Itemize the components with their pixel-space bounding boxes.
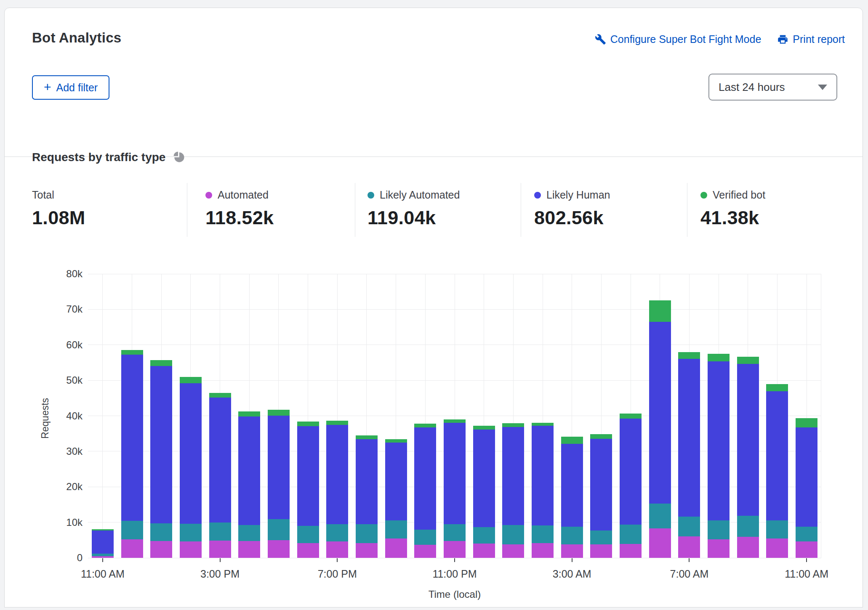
stat-value: 119.04k — [367, 207, 460, 229]
bar-segment-automated — [649, 528, 671, 558]
x-tick-label: 3:00 PM — [182, 568, 258, 580]
stacked-bar-hour-16[interactable] — [561, 437, 583, 558]
y-tick-label: 80k — [5, 268, 83, 280]
bar-segment-likely-automated — [708, 520, 730, 539]
x-tick-label: 3:00 AM — [534, 568, 610, 580]
stat-value: 802.56k — [534, 207, 610, 229]
configure-link-label: Configure Super Bot Fight Mode — [610, 33, 761, 45]
bar-segment-likely-automated — [444, 524, 466, 541]
stat-label: Likely Human — [546, 189, 610, 201]
bar-segment-verified-bot — [209, 393, 231, 398]
time-range-select[interactable]: Last 24 hours — [708, 74, 837, 101]
y-tick-label: 50k — [5, 374, 83, 386]
bar-segment-verified-bot — [502, 423, 524, 427]
bar-segment-verified-bot — [268, 410, 290, 416]
stacked-bar-hour-20[interactable] — [678, 352, 700, 558]
bar-segment-likely-automated — [590, 530, 612, 544]
bar-segment-likely-automated — [532, 525, 554, 543]
bar-segment-likely-human — [766, 391, 788, 520]
bar-segment-likely-automated — [502, 525, 524, 544]
stat-value: 41.38k — [700, 207, 765, 229]
bar-segment-automated — [209, 541, 231, 558]
bar-segment-verified-bot — [473, 426, 495, 429]
bar-segment-likely-automated — [121, 521, 143, 539]
bar-segment-likely-automated — [561, 527, 583, 544]
bot-analytics-card: Bot Analytics Configure Super Bot Fight … — [4, 8, 863, 607]
stacked-bar-hour-5[interactable] — [238, 411, 260, 558]
stacked-bar-hour-12[interactable] — [444, 419, 466, 558]
x-gridline — [821, 274, 821, 558]
bar-segment-automated — [150, 541, 172, 558]
bar-segment-automated — [297, 543, 319, 558]
stacked-bar-hour-7[interactable] — [297, 422, 319, 558]
bar-segment-likely-automated — [737, 516, 759, 537]
stacked-bar-hour-3[interactable] — [180, 377, 202, 558]
bar-segment-verified-bot — [297, 422, 319, 426]
plus-icon: + — [44, 80, 51, 94]
bar-segment-verified-bot — [708, 354, 730, 361]
stat-likely-human: Likely Human802.56k — [534, 176, 610, 229]
bar-segment-verified-bot — [532, 423, 554, 426]
bar-segment-likely-human — [708, 361, 730, 521]
stacked-bar-hour-10[interactable] — [385, 439, 407, 558]
stacked-bar-hour-6[interactable] — [268, 410, 290, 558]
stacked-bar-hour-9[interactable] — [356, 435, 378, 558]
x-tick-label: 11:00 AM — [769, 568, 844, 580]
bar-segment-likely-automated — [473, 527, 495, 544]
configure-super-bot-fight-mode-link[interactable]: Configure Super Bot Fight Mode — [595, 33, 761, 45]
stacked-bar-hour-14[interactable] — [502, 423, 524, 558]
bar-segment-verified-bot — [385, 439, 407, 443]
y-tick-label: 0 — [5, 552, 83, 564]
print-report-link[interactable]: Print report — [777, 33, 845, 45]
bar-segment-likely-human — [180, 383, 202, 524]
legend-dot — [700, 192, 707, 199]
stacked-bar-hour-2[interactable] — [150, 360, 172, 558]
stacked-bar-hour-22[interactable] — [737, 357, 759, 558]
bar-segment-automated — [92, 556, 114, 558]
bar-segment-automated — [620, 544, 642, 558]
x-tick-label: 7:00 PM — [299, 568, 375, 580]
stacked-bar-hour-8[interactable] — [326, 421, 348, 558]
stacked-bar-hour-13[interactable] — [473, 426, 495, 558]
stat-label: Automated — [218, 189, 269, 201]
stacked-bar-hour-21[interactable] — [708, 354, 730, 558]
bar-segment-verified-bot — [121, 350, 143, 355]
bar-segment-likely-automated — [649, 504, 671, 528]
y-tick-label: 60k — [5, 339, 83, 351]
stacked-bar-hour-18[interactable] — [620, 414, 642, 558]
stat-likely-automated: Likely Automated119.04k — [367, 176, 460, 229]
stacked-bar-hour-11[interactable] — [414, 424, 436, 558]
x-axis-title: Time (local) — [404, 589, 505, 600]
y-tick-label: 30k — [5, 446, 83, 457]
y-tick-label: 10k — [5, 517, 83, 528]
bar-segment-likely-human — [238, 416, 260, 525]
stacked-bar-hour-1[interactable] — [121, 350, 143, 558]
stacked-bar-hour-24[interactable] — [796, 418, 817, 558]
bar-segment-likely-automated — [180, 524, 202, 541]
bar-segment-automated — [590, 544, 612, 558]
add-filter-button[interactable]: + Add filter — [32, 75, 109, 100]
bar-segment-verified-bot — [150, 360, 172, 366]
bar-segment-likely-automated — [385, 520, 407, 539]
bar-segment-likely-automated — [356, 524, 378, 543]
stacked-bar-hour-0[interactable] — [92, 529, 114, 558]
stat-divider — [687, 183, 687, 237]
x-tick-label: 11:00 AM — [65, 568, 141, 580]
x-tick-mark — [689, 558, 690, 562]
stacked-bar-hour-4[interactable] — [209, 393, 231, 558]
stacked-bar-hour-15[interactable] — [532, 423, 554, 558]
stacked-bar-hour-19[interactable] — [649, 300, 671, 558]
stacked-bar-hour-17[interactable] — [590, 434, 612, 558]
bar-segment-likely-human — [502, 427, 524, 525]
bar-segment-likely-human — [590, 439, 612, 530]
stat-value: 118.52k — [205, 207, 274, 229]
stat-automated: Automated118.52k — [205, 176, 274, 229]
section-title-row: Requests by traffic type — [32, 150, 185, 164]
stacked-bar-hour-23[interactable] — [766, 384, 788, 558]
bar-segment-likely-automated — [766, 520, 788, 538]
bar-segment-automated — [708, 539, 730, 558]
bar-segment-likely-automated — [620, 525, 642, 544]
add-filter-label: Add filter — [56, 82, 98, 94]
bar-segment-automated — [268, 540, 290, 558]
chart-plot-area — [88, 274, 821, 558]
